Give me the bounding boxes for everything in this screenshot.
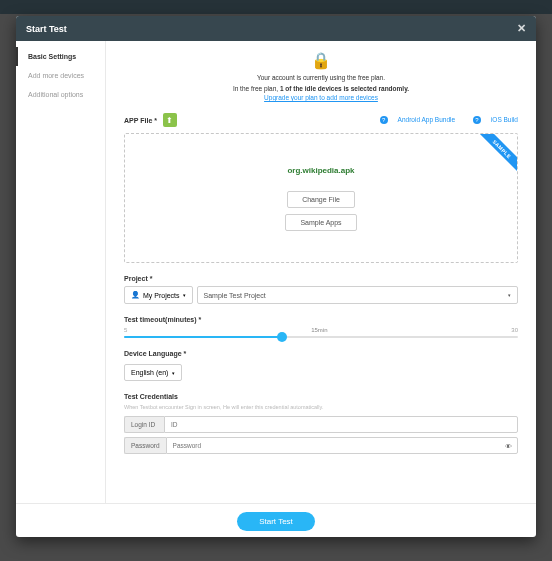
close-icon[interactable]: ✕	[517, 22, 526, 35]
timeout-value: 15min	[311, 327, 327, 333]
change-file-button[interactable]: Change File	[287, 191, 355, 208]
help-icon: ?	[380, 116, 388, 124]
project-select[interactable]: Sample Test Project ▾	[197, 286, 518, 304]
sidebar: Basic Settings Add more devices Addition…	[16, 41, 106, 503]
main-panel: 🔒 Your account is currently using the fr…	[106, 41, 536, 503]
sidebar-item-add-devices[interactable]: Add more devices	[16, 66, 105, 85]
slider-knob[interactable]	[277, 332, 287, 342]
password-input[interactable]	[166, 437, 518, 454]
account-plan-text: Your account is currently using the free…	[124, 74, 518, 81]
sample-ribbon: SAMPLE	[473, 134, 517, 178]
language-dropdown[interactable]: English (en) ▾	[124, 364, 182, 381]
language-label: Device Language *	[124, 350, 518, 357]
modal-header: Start Test ✕	[16, 16, 536, 41]
slider-fill	[124, 336, 282, 338]
credentials-label: Test Credentials	[124, 393, 518, 400]
help-aab-link[interactable]: ?Android App Bundle	[372, 116, 455, 123]
login-id-label: Login ID	[124, 416, 164, 433]
timeout-max: 30	[511, 327, 518, 333]
sample-apps-button[interactable]: Sample Apps	[285, 214, 356, 231]
slider-track[interactable]	[124, 336, 518, 338]
timeout-slider[interactable]: 5 15min 30	[124, 327, 518, 338]
app-file-help: ?Android App Bundle ?iOS Build	[364, 116, 518, 124]
sidebar-item-basic-settings[interactable]: Basic Settings	[16, 47, 105, 66]
modal-footer: Start Test	[16, 503, 536, 537]
start-test-button[interactable]: Start Test	[237, 512, 315, 531]
eye-icon[interactable]: 👁	[505, 442, 512, 449]
upgrade-link[interactable]: Upgrade your plan to add more devices	[124, 94, 518, 101]
project-scope-dropdown[interactable]: 👤 My Projects ▾	[124, 286, 193, 304]
login-id-input[interactable]	[164, 416, 518, 433]
app-file-label: APP File *	[124, 117, 157, 124]
chevron-down-icon: ▾	[172, 370, 175, 376]
start-test-modal: Start Test ✕ Basic Settings Add more dev…	[16, 16, 536, 537]
app-file-dropzone[interactable]: SAMPLE org.wikipedia.apk Change File Sam…	[124, 133, 518, 263]
chevron-down-icon: ▾	[508, 292, 511, 298]
person-icon: 👤	[131, 291, 140, 299]
chevron-down-icon: ▾	[183, 292, 186, 298]
modal-body: Basic Settings Add more devices Addition…	[16, 41, 536, 503]
credentials-hint: When Testbot encounter Sign in screen, H…	[124, 404, 518, 410]
help-icon: ?	[473, 116, 481, 124]
timeout-min: 5	[124, 327, 127, 333]
uploaded-filename: org.wikipedia.apk	[287, 166, 354, 175]
timeout-label: Test timeout(minutes) *	[124, 316, 518, 323]
password-label: Password	[124, 437, 166, 454]
project-label: Project *	[124, 275, 518, 282]
account-plan-detail: In the free plan, 1 of the idle devices …	[124, 85, 518, 92]
modal-title: Start Test	[26, 24, 67, 34]
lock-icon: 🔒	[311, 52, 331, 69]
sidebar-item-additional-options[interactable]: Additional options	[16, 85, 105, 104]
android-upload-icon[interactable]: ⬆	[163, 113, 177, 127]
help-ios-link[interactable]: ?iOS Build	[465, 116, 518, 123]
